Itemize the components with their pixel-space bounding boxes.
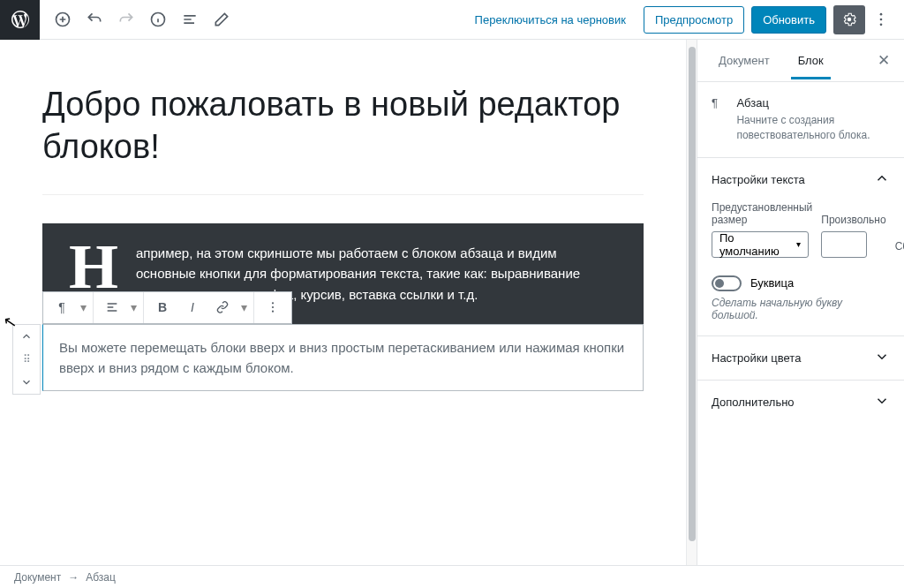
breadcrumb-block[interactable]: Абзац — [86, 571, 116, 584]
paragraph-text: Вы можете перемещать блоки вверх и вниз … — [59, 340, 624, 375]
selected-paragraph-block[interactable]: ¶ ▾ ▾ B I ▾ — [42, 324, 644, 392]
editor-scrollbar[interactable] — [686, 40, 697, 565]
redo-button[interactable] — [110, 4, 142, 35]
svg-point-6 — [272, 306, 274, 308]
breadcrumb: Документ → Абзац — [0, 565, 904, 588]
italic-button[interactable]: I — [177, 292, 207, 323]
svg-point-3 — [880, 19, 883, 21]
svg-point-5 — [272, 303, 274, 305]
add-block-button[interactable] — [47, 4, 79, 35]
chevron-down-icon: ▾ — [796, 239, 801, 249]
panel-advanced[interactable]: Дополнительно — [697, 381, 904, 424]
block-type-button[interactable]: ¶ — [47, 292, 77, 323]
preset-size-label: Предустановленный размер — [712, 201, 812, 226]
move-down-button[interactable] — [13, 371, 40, 394]
link-button[interactable] — [207, 292, 237, 323]
panel-color-label: Настройки цвета — [712, 351, 801, 365]
pilcrow-icon: ¶ — [712, 96, 724, 116]
dropcap-toggle[interactable] — [712, 275, 742, 291]
block-more-button[interactable] — [258, 292, 288, 323]
panel-text-settings[interactable]: Настройки текста — [697, 158, 904, 201]
chevron-down-icon — [874, 349, 890, 367]
edit-button[interactable] — [206, 4, 237, 35]
custom-size-label: Произвольно — [821, 214, 885, 226]
top-toolbar: Переключиться на черновик Предпросмотр О… — [0, 0, 904, 40]
breadcrumb-arrow: → — [68, 571, 79, 584]
block-toolbar: ¶ ▾ ▾ B I ▾ — [42, 291, 292, 324]
outline-button[interactable] — [174, 4, 206, 35]
block-description: Начните с создания повествовательного бл… — [736, 113, 890, 143]
undo-button[interactable] — [79, 4, 110, 35]
settings-sidebar: Документ Блок ✕ ¶ Абзац Начните с создан… — [697, 40, 904, 565]
update-button[interactable]: Обновить — [751, 6, 826, 34]
preset-size-select[interactable]: По умолчанию ▾ — [712, 231, 809, 258]
svg-point-7 — [272, 311, 274, 313]
more-menu-button[interactable] — [865, 4, 897, 35]
align-button[interactable] — [97, 292, 127, 323]
move-up-button[interactable] — [13, 325, 40, 348]
block-movers: ⠿ ↖ — [12, 324, 41, 395]
block-name-label: Абзац — [736, 96, 890, 109]
editor-canvas[interactable]: Добро пожаловать в новый редактор блоков… — [0, 40, 686, 565]
chevron-down-icon — [874, 393, 890, 411]
preset-size-value: По умолчанию — [719, 231, 796, 258]
scrollbar-thumb[interactable] — [689, 47, 696, 541]
panel-advanced-label: Дополнительно — [712, 396, 795, 409]
bold-button[interactable]: B — [147, 292, 177, 323]
tab-block[interactable]: Блок — [791, 41, 831, 79]
tab-document[interactable]: Документ — [712, 41, 777, 79]
block-type-dropdown[interactable]: ▾ — [77, 292, 89, 323]
format-dropdown[interactable]: ▾ — [237, 292, 250, 323]
custom-size-input[interactable] — [821, 231, 867, 258]
switch-draft-link[interactable]: Переключиться на черновик — [464, 6, 637, 34]
info-button[interactable] — [142, 4, 174, 35]
reset-link[interactable]: Сбр — [895, 240, 904, 253]
dropcap-hint: Сделать начальную букву большой. — [712, 297, 890, 321]
align-dropdown[interactable]: ▾ — [127, 292, 139, 323]
page-title[interactable]: Добро пожаловать в новый редактор блоков… — [42, 84, 644, 168]
svg-point-4 — [880, 24, 883, 26]
close-sidebar-button[interactable]: ✕ — [878, 51, 890, 70]
preview-button[interactable]: Предпросмотр — [644, 6, 744, 34]
drag-handle[interactable]: ⠿ — [13, 348, 40, 371]
wordpress-logo[interactable] — [0, 0, 40, 40]
settings-button[interactable] — [833, 5, 865, 34]
chevron-up-icon — [874, 170, 890, 189]
dropcap-label: Буквица — [750, 276, 794, 290]
svg-point-2 — [880, 13, 883, 16]
panel-color-settings[interactable]: Настройки цвета — [697, 336, 904, 380]
breadcrumb-document[interactable]: Документ — [14, 571, 61, 584]
separator — [42, 194, 644, 195]
panel-text-label: Настройки текста — [712, 173, 805, 186]
